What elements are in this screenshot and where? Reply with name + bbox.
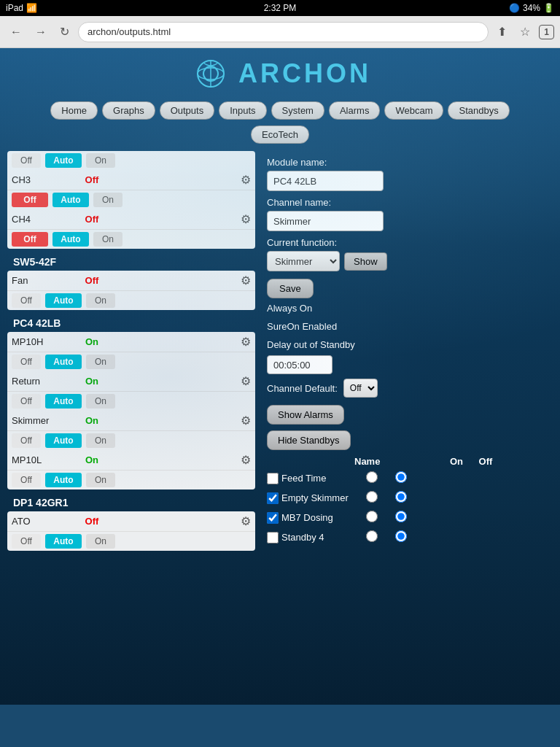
- toggle-auto-ch4[interactable]: Auto: [52, 232, 89, 247]
- emptyskimmer-off-radio[interactable]: [395, 491, 407, 503]
- toggle-off-first[interactable]: Off: [12, 153, 41, 168]
- emptyskimmer-checkbox[interactable]: [267, 492, 279, 504]
- reload-button[interactable]: ↻: [55, 22, 74, 42]
- toggle-on-mp10l[interactable]: On: [86, 473, 115, 487]
- sw542f-group: Fan Off ⚙ Off Auto On: [7, 271, 255, 310]
- nav-system[interactable]: System: [271, 101, 324, 120]
- standby4-off-radio[interactable]: [395, 530, 407, 542]
- skimmer-row: Skimmer On ⚙: [7, 411, 255, 431]
- ecotech-button[interactable]: EcoTech: [251, 125, 309, 144]
- toggle-off-skimmer[interactable]: Off: [12, 433, 41, 448]
- skimmer-gear-icon[interactable]: ⚙: [241, 414, 251, 427]
- save-button[interactable]: Save: [267, 279, 314, 298]
- module-name-input[interactable]: [267, 171, 384, 191]
- browser-bar: ← → ↻ ⬆ ☆ 1: [0, 16, 560, 48]
- bookmark-button[interactable]: ☆: [516, 22, 534, 42]
- channel-name-input[interactable]: [267, 211, 384, 231]
- toggle-off-mp10h[interactable]: Off: [12, 355, 41, 369]
- toggle-auto-ato[interactable]: Auto: [45, 534, 82, 549]
- feedtime-off-radio[interactable]: [395, 471, 407, 483]
- hide-standbys-button[interactable]: Hide Standbys: [267, 430, 351, 450]
- emptyskimmer-on-radio[interactable]: [366, 491, 378, 503]
- emptyskimmer-on-cell: [357, 491, 386, 505]
- share-button[interactable]: ⬆: [493, 22, 511, 42]
- toggle-off-return[interactable]: Off: [12, 394, 41, 409]
- return-gear-icon[interactable]: ⚙: [241, 374, 251, 388]
- ato-gear-icon[interactable]: ⚙: [241, 514, 251, 528]
- nav-inputs[interactable]: Inputs: [219, 101, 266, 120]
- nav-webcam[interactable]: Webcam: [384, 101, 443, 120]
- mp10h-label: MP10H: [12, 336, 70, 347]
- toggle-on-ch3[interactable]: On: [93, 193, 122, 207]
- ch3-gear-icon[interactable]: ⚙: [241, 173, 251, 187]
- ato-row: ATO Off ⚙: [7, 511, 255, 532]
- feedtime-on-radio[interactable]: [366, 471, 378, 483]
- forward-button[interactable]: →: [31, 23, 51, 42]
- nav-outputs[interactable]: Outputs: [160, 101, 215, 120]
- standby-4-row: Standby 4: [267, 527, 553, 547]
- back-button[interactable]: ←: [6, 23, 26, 42]
- feedtime-on-cell: [357, 471, 386, 485]
- delay-time-input[interactable]: [267, 355, 332, 374]
- module-name-label: Module name:: [267, 157, 553, 168]
- toggle-auto-skimmer[interactable]: Auto: [45, 433, 82, 448]
- toggle-row-skimmer: Off Auto On: [7, 431, 255, 450]
- nav-home[interactable]: Home: [50, 101, 98, 120]
- app-header: ARCHON: [0, 48, 560, 96]
- mp10h-gear-icon[interactable]: ⚙: [241, 335, 251, 349]
- standbys-section: Name On Off Feed Time: [267, 454, 553, 547]
- feedtime-off-cell: [386, 471, 416, 485]
- toggle-on-ch4[interactable]: On: [93, 232, 122, 247]
- toggle-on-fan[interactable]: On: [86, 293, 115, 308]
- left-column: Off Auto On CH3 Off ⚙ Off Auto On CH4 Of…: [7, 151, 255, 554]
- toggle-off-ato[interactable]: Off: [12, 534, 41, 549]
- toggle-off-fan[interactable]: Off: [12, 293, 41, 308]
- show-alarms-button[interactable]: Show Alarms: [267, 405, 344, 425]
- delay-standby-text: Delay out of Standby: [267, 338, 553, 353]
- bluetooth-icon: 🔵: [509, 3, 520, 13]
- toggle-on-mp10h[interactable]: On: [86, 355, 115, 369]
- standby4-checkbox[interactable]: [267, 532, 279, 543]
- function-select[interactable]: Skimmer: [267, 251, 340, 271]
- url-bar[interactable]: [78, 22, 489, 42]
- status-bar: iPad 📶 2:32 PM 🔵 34% 🔋: [0, 0, 560, 16]
- app-title: ARCHON: [238, 58, 371, 89]
- channel-default-select[interactable]: Off On: [343, 379, 378, 398]
- toggle-off-mp10l[interactable]: Off: [12, 473, 41, 487]
- toggle-off-ch3[interactable]: Off: [12, 193, 48, 207]
- toggle-auto-return[interactable]: Auto: [45, 394, 82, 409]
- ch4-gear-icon[interactable]: ⚙: [241, 212, 251, 226]
- toggle-auto-mp10l[interactable]: Auto: [45, 473, 82, 487]
- carrier-label: iPad: [6, 3, 23, 13]
- toggle-auto-first[interactable]: Auto: [45, 153, 82, 168]
- standby-mb7dosing-row: MB7 Dosing: [267, 508, 553, 527]
- toggle-off-ch4[interactable]: Off: [12, 232, 48, 247]
- feedtime-name: Feed Time: [281, 473, 357, 484]
- feedtime-checkbox[interactable]: [267, 473, 279, 484]
- standby4-on-radio[interactable]: [366, 530, 378, 542]
- toggle-auto-mp10h[interactable]: Auto: [45, 355, 82, 369]
- toggle-on-skimmer[interactable]: On: [86, 433, 115, 448]
- return-label: Return: [12, 376, 70, 387]
- nav-graphs[interactable]: Graphs: [102, 101, 155, 120]
- ch3-row: CH3 Off ⚙: [7, 170, 255, 190]
- toggle-on-first[interactable]: On: [86, 153, 115, 168]
- toggle-on-return[interactable]: On: [86, 394, 115, 409]
- toggle-auto-fan[interactable]: Auto: [45, 293, 82, 308]
- mb7dosing-off-radio[interactable]: [395, 511, 407, 522]
- toggle-row-first: Off Auto On: [7, 151, 255, 170]
- tab-count[interactable]: 1: [539, 25, 554, 39]
- mp10l-status: On: [70, 454, 114, 465]
- nav-alarms[interactable]: Alarms: [329, 101, 380, 120]
- toggle-on-ato[interactable]: On: [86, 534, 115, 549]
- standbys-col-on: On: [442, 456, 471, 467]
- mp10l-gear-icon[interactable]: ⚙: [241, 453, 251, 467]
- mp10h-status: On: [70, 336, 114, 347]
- status-bar-left: iPad 📶: [6, 3, 37, 13]
- nav-standbys[interactable]: Standbys: [448, 101, 509, 120]
- fan-gear-icon[interactable]: ⚙: [241, 274, 251, 287]
- show-button[interactable]: Show: [344, 252, 387, 271]
- mb7dosing-checkbox[interactable]: [267, 512, 279, 524]
- mb7dosing-on-radio[interactable]: [366, 511, 378, 522]
- toggle-auto-ch3[interactable]: Auto: [52, 193, 89, 207]
